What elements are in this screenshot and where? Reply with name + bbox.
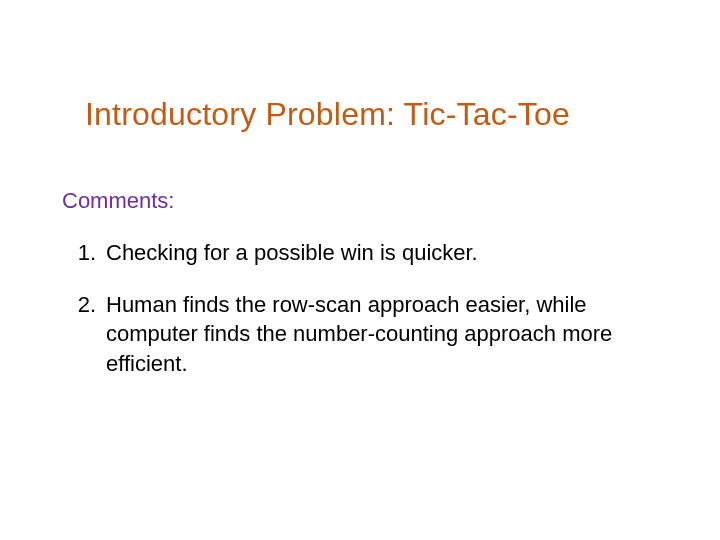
- list-item-number: 2.: [62, 290, 106, 379]
- slide-title: Introductory Problem: Tic-Tac-Toe: [85, 96, 660, 133]
- slide: Introductory Problem: Tic-Tac-Toe Commen…: [0, 0, 720, 540]
- slide-subhead: Comments:: [62, 188, 174, 214]
- list-item-text: Checking for a possible win is quicker.: [106, 238, 650, 268]
- list-item: 2. Human finds the row-scan approach eas…: [62, 290, 650, 379]
- slide-body: 1. Checking for a possible win is quicke…: [62, 238, 650, 401]
- list-item: 1. Checking for a possible win is quicke…: [62, 238, 650, 268]
- list-item-text: Human finds the row-scan approach easier…: [106, 290, 650, 379]
- list-item-number: 1.: [62, 238, 106, 268]
